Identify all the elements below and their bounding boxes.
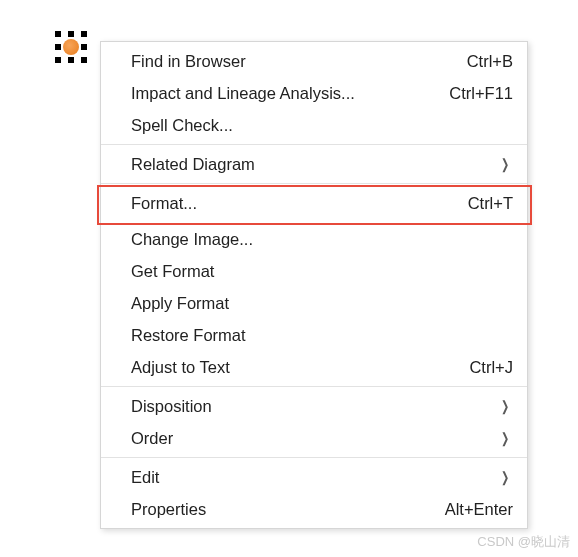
menu-item-apply-format[interactable]: Apply Format — [101, 287, 527, 319]
chevron-right-icon: ❯ — [494, 156, 509, 172]
menu-item-label: Disposition — [131, 397, 491, 416]
selected-canvas-object[interactable] — [55, 31, 87, 63]
menu-item-accel: Ctrl+J — [459, 358, 513, 377]
menu-divider — [101, 183, 527, 184]
orange-circle-icon — [63, 39, 79, 55]
menu-item-label: Change Image... — [131, 230, 513, 249]
menu-divider — [101, 386, 527, 387]
menu-item-label: Order — [131, 429, 491, 448]
resize-handle-top-mid[interactable] — [68, 31, 74, 37]
menu-item-restore-format[interactable]: Restore Format — [101, 319, 527, 351]
menu-item-label: Spell Check... — [131, 116, 513, 135]
menu-item-label: Impact and Lineage Analysis... — [131, 84, 439, 103]
context-menu: Find in Browser Ctrl+B Impact and Lineag… — [100, 41, 528, 529]
menu-divider — [101, 457, 527, 458]
chevron-right-icon: ❯ — [494, 430, 509, 446]
chevron-right-icon: ❯ — [494, 398, 509, 414]
menu-item-related-diagram[interactable]: Related Diagram ❯ — [101, 148, 527, 180]
menu-item-label: Related Diagram — [131, 155, 491, 174]
menu-item-label: Properties — [131, 500, 435, 519]
watermark: CSDN @晓山清 — [477, 533, 570, 551]
menu-item-edit[interactable]: Edit ❯ — [101, 461, 527, 493]
chevron-right-icon: ❯ — [494, 469, 509, 485]
menu-item-label: Restore Format — [131, 326, 513, 345]
resize-handle-bottom-left[interactable] — [55, 57, 61, 63]
menu-item-label: Edit — [131, 468, 491, 487]
resize-handle-mid-right[interactable] — [81, 44, 87, 50]
menu-item-disposition[interactable]: Disposition ❯ — [101, 390, 527, 422]
resize-handle-bottom-right[interactable] — [81, 57, 87, 63]
menu-item-accel: Ctrl+B — [457, 52, 513, 71]
menu-item-spell-check[interactable]: Spell Check... — [101, 109, 527, 141]
menu-divider — [101, 144, 527, 145]
menu-item-format[interactable]: Format... Ctrl+T — [101, 187, 527, 219]
menu-item-accel: Ctrl+T — [458, 194, 513, 213]
menu-item-accel: Alt+Enter — [435, 500, 513, 519]
menu-item-label: Format... — [131, 194, 458, 213]
menu-item-label: Adjust to Text — [131, 358, 459, 377]
menu-item-order[interactable]: Order ❯ — [101, 422, 527, 454]
menu-item-label: Apply Format — [131, 294, 513, 313]
menu-item-change-image[interactable]: Change Image... — [101, 223, 527, 255]
menu-item-impact-lineage[interactable]: Impact and Lineage Analysis... Ctrl+F11 — [101, 77, 527, 109]
menu-item-properties[interactable]: Properties Alt+Enter — [101, 493, 527, 525]
resize-handle-top-right[interactable] — [81, 31, 87, 37]
resize-handle-bottom-mid[interactable] — [68, 57, 74, 63]
menu-item-get-format[interactable]: Get Format — [101, 255, 527, 287]
menu-item-accel: Ctrl+F11 — [439, 84, 513, 103]
menu-item-find-in-browser[interactable]: Find in Browser Ctrl+B — [101, 45, 527, 77]
menu-item-label: Get Format — [131, 262, 513, 281]
menu-item-label: Find in Browser — [131, 52, 457, 71]
menu-item-adjust-to-text[interactable]: Adjust to Text Ctrl+J — [101, 351, 527, 383]
resize-handle-top-left[interactable] — [55, 31, 61, 37]
resize-handle-mid-left[interactable] — [55, 44, 61, 50]
